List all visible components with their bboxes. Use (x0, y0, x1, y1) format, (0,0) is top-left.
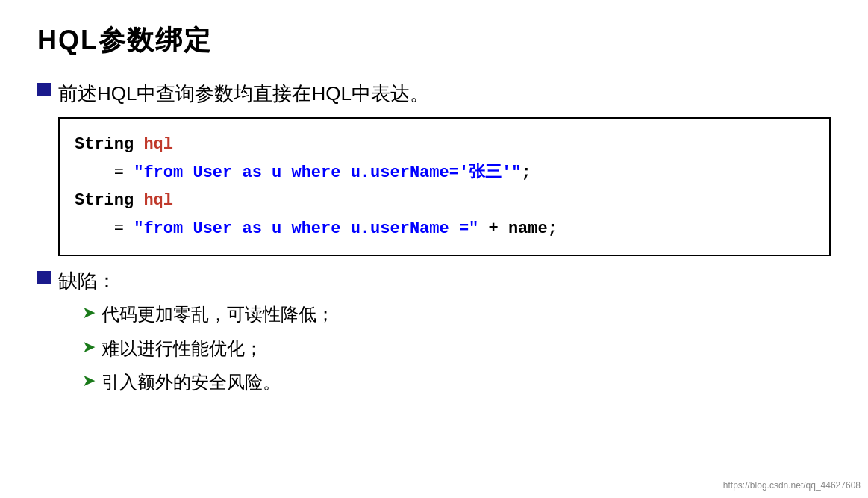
bullet-square-2 (37, 271, 51, 284)
section1-text: 前述HQL中查询参数均直接在HQL中表达。 (58, 80, 429, 107)
code-block: String hql = "from User as u where u.use… (58, 117, 831, 256)
arrow-bullet-2: ➤ 难以进行性能优化； (82, 336, 831, 361)
code-var-hql1: hql (143, 135, 173, 154)
arrow-text-2: 难以进行性能优化； (102, 336, 263, 361)
arrow-text-3: 引入额外的安全风险。 (102, 370, 281, 395)
section2-text: 缺陷： (58, 268, 116, 294)
section1-bullet: 前述HQL中查询参数均直接在HQL中表达。 (37, 80, 831, 107)
code-string-1: "from User as u where u.userName='张三'" (134, 164, 521, 182)
section2: 缺陷： ➤ 代码更加零乱，可读性降低； ➤ 难以进行性能优化； ➤ 引入额外的安… (37, 268, 831, 395)
code-line-4: = "from User as u where u.userName =" + … (75, 215, 814, 243)
page-container: HQL参数绑定 前述HQL中查询参数均直接在HQL中表达。 String hql… (0, 0, 868, 498)
code-keyword-string2: String (75, 191, 143, 210)
arrow-icon-1: ➤ (82, 303, 96, 323)
code-line-2: = "from User as u where u.userName='张三'"… (75, 159, 814, 187)
arrow-bullet-3: ➤ 引入额外的安全风险。 (82, 370, 831, 395)
watermark: https://blog.csdn.net/qq_44627608 (723, 480, 861, 491)
bullet-square-1 (37, 83, 51, 96)
page-title: HQL参数绑定 (37, 22, 831, 59)
code-plus: + name; (489, 220, 558, 238)
arrow-bullet-1: ➤ 代码更加零乱，可读性降低； (82, 302, 831, 327)
arrow-icon-2: ➤ (82, 337, 96, 357)
arrow-text-1: 代码更加零乱，可读性降低； (102, 302, 334, 327)
code-var-hql2: hql (143, 191, 173, 210)
code-keyword-string1: String (75, 135, 143, 154)
code-line-3: String hql (75, 187, 814, 214)
arrow-icon-3: ➤ (82, 371, 96, 390)
code-line-1: String hql (75, 131, 814, 158)
code-semicolon-1: ; (522, 164, 531, 182)
code-string-2: "from User as u where u.userName =" (134, 220, 478, 238)
section2-header: 缺陷： (37, 268, 831, 294)
